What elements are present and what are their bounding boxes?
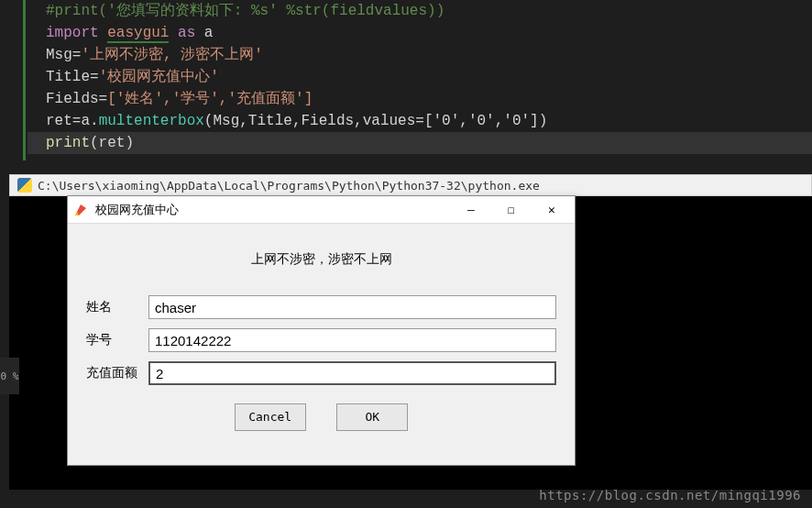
maximize-button[interactable]: ☐: [499, 201, 523, 219]
label-amount: 充值面额: [86, 365, 148, 381]
terminal-titlebar: C:\Users\xiaoming\AppData\Local\Programs…: [9, 174, 812, 196]
tk-feather-icon: [73, 203, 88, 217]
cancel-button[interactable]: Cancel: [235, 403, 306, 431]
sidebar-percent: 0 %: [0, 358, 19, 394]
input-id[interactable]: [148, 328, 556, 352]
form-row-id: 学号: [86, 328, 556, 352]
code-editor[interactable]: #print('您填写的资料如下: %s' %str(fieldvalues))…: [0, 0, 812, 154]
dialog-body: 上网不涉密，涉密不上网 姓名 学号 充值面额 Cancel OK: [68, 224, 575, 440]
label-id: 学号: [86, 332, 148, 348]
python-icon: [17, 178, 32, 193]
code-line-msg: Msg='上网不涉密, 涉密不上网': [27, 44, 812, 66]
label-name: 姓名: [86, 299, 148, 315]
gutter-indicator: [23, 0, 26, 160]
code-line-fields: Fields=['姓名','学号','充值面额']: [27, 88, 812, 110]
dialog-titlebar: 校园网充值中心 — ☐ ✕: [68, 196, 575, 224]
dialog-title: 校园网充值中心: [95, 202, 459, 218]
input-amount[interactable]: [148, 361, 556, 385]
dialog-message: 上网不涉密，涉密不上网: [86, 251, 556, 268]
terminal-path: C:\Users\xiaoming\AppData\Local\Programs…: [38, 179, 540, 193]
code-line-print: print(ret): [27, 132, 812, 154]
form-row-name: 姓名: [86, 295, 556, 319]
code-line-import: import easygui as a: [27, 22, 812, 44]
close-button[interactable]: ✕: [540, 201, 564, 219]
dialog-buttons: Cancel OK: [86, 403, 556, 431]
form-row-amount: 充值面额: [86, 361, 556, 385]
input-name[interactable]: [148, 295, 556, 319]
watermark-url: https://blog.csdn.net/mingqi1996: [539, 488, 801, 502]
window-controls: — ☐ ✕: [459, 201, 569, 219]
minimize-button[interactable]: —: [459, 201, 483, 219]
code-line-comment: #print('您填写的资料如下: %s' %str(fieldvalues)): [27, 0, 812, 22]
easygui-dialog: 校园网充值中心 — ☐ ✕ 上网不涉密，涉密不上网 姓名 学号 充值面额 Can…: [67, 195, 576, 466]
code-line-title: Title='校园网充值中心': [27, 66, 812, 88]
ok-button[interactable]: OK: [336, 403, 408, 431]
code-line-call: ret=a.multenterbox(Msg,Title,Fields,valu…: [27, 110, 812, 132]
